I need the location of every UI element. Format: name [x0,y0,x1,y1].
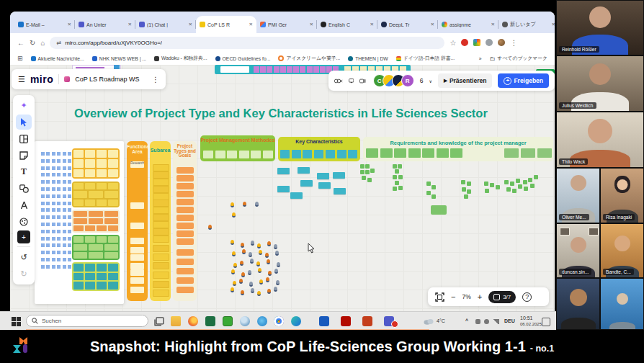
bookmark-item[interactable]: ドイツ語-日本語 辞書... [396,55,455,62]
sticky-note[interactable] [153,254,169,261]
sticky-note[interactable] [130,277,144,284]
chrome-icon[interactable] [274,316,284,326]
sticky-note[interactable] [68,251,71,254]
sticky-note[interactable] [153,228,169,236]
sticky-note[interactable] [496,185,500,189]
sticky-note[interactable] [287,66,292,73]
sticky-note[interactable] [426,191,431,195]
table-cell[interactable] [97,282,107,290]
table-cell[interactable] [89,218,102,224]
tune-icon[interactable]: ⇄ [56,40,61,46]
sticky-note[interactable] [362,176,366,180]
sticky-note[interactable] [153,245,169,252]
table-cell[interactable] [108,183,118,189]
table-cell[interactable] [89,244,102,251]
sticky-note[interactable] [63,180,66,184]
sticky-note[interactable] [360,170,365,174]
table-cell[interactable] [73,252,87,259]
shapes-icon[interactable] [16,181,32,196]
table-cell[interactable] [97,264,107,272]
bookmark-item[interactable]: Wadoku - 和独辞典... [154,55,207,62]
sticky-note[interactable] [57,187,61,191]
sticky-note[interactable] [63,215,66,219]
table-cell[interactable] [108,264,118,272]
sticky-note[interactable] [52,152,55,156]
sticky-note[interactable] [41,223,45,226]
sticky-note[interactable] [176,183,194,189]
sticky-note[interactable] [41,180,45,184]
table-cell[interactable] [97,225,107,231]
sticky-note[interactable] [398,186,403,190]
sticky-note[interactable] [68,202,71,205]
clipboard-app-icon[interactable] [223,316,233,326]
sticky-note[interactable] [63,223,66,226]
sticky-note[interactable] [68,166,71,170]
sticky-note[interactable] [57,208,61,212]
sticky-note[interactable] [52,202,55,205]
browser-menu-icon[interactable]: ⋮ [510,39,517,47]
sticky-note[interactable] [153,281,169,288]
sticky-note[interactable] [314,150,323,158]
sticky-note[interactable] [176,199,194,205]
sticky-note[interactable] [534,175,538,179]
table-cell[interactable] [85,236,95,243]
table-cell[interactable] [85,200,95,206]
sticky-note[interactable] [280,66,286,73]
board-name[interactable]: CoP LS Roadmap WS [75,76,139,83]
table-cell[interactable] [73,264,84,272]
sticky-note[interactable] [431,185,436,189]
table-cell[interactable] [97,150,107,158]
table-cell[interactable] [89,252,102,259]
sticky-note[interactable] [260,66,266,73]
sticky-note[interactable] [68,237,71,241]
table-cell[interactable] [85,159,95,167]
table-cell[interactable] [89,191,102,197]
sticky-note[interactable] [63,208,66,212]
table-cell[interactable] [85,273,95,281]
templates-icon[interactable] [16,131,32,146]
sticky-note[interactable] [52,166,55,170]
sticky-note[interactable] [41,243,45,247]
sticky-note[interactable] [57,265,61,269]
tray-expand-icon[interactable]: ^ [465,318,468,323]
tab-pmi[interactable]: PMI Ger✕ [256,16,317,33]
tray-icon[interactable] [484,319,489,324]
sticky-note[interactable] [467,189,471,194]
sticky-note[interactable] [263,151,273,158]
tab-deepl[interactable]: DeepL Tr✕ [377,16,438,33]
sticky-note[interactable] [274,66,279,73]
undo-icon[interactable]: ↺ [16,250,32,265]
table-cell[interactable] [108,225,118,231]
sticky-note[interactable] [370,169,375,173]
sticky-note[interactable] [521,148,535,158]
taskbar-search[interactable]: Suchen [26,315,148,327]
sticky-note[interactable] [431,194,436,199]
word-icon[interactable] [319,316,329,326]
sticky-note[interactable] [41,215,45,219]
table-cell[interactable] [73,211,87,217]
sticky-note[interactable] [153,290,169,297]
sticky-note[interactable] [41,237,45,241]
sticky-note[interactable] [52,223,55,226]
sticky-note[interactable] [153,179,169,186]
table-cell[interactable] [97,159,107,167]
sticky-note[interactable] [510,182,514,186]
table-cell[interactable] [73,159,84,167]
sticky-note[interactable] [203,151,213,158]
sticky-note[interactable] [367,178,372,182]
sticky-note-icon[interactable] [16,148,32,163]
sticky-note[interactable] [360,164,365,169]
table-cell[interactable] [108,150,118,158]
sticky-note[interactable] [130,223,144,229]
sticky-note[interactable] [63,243,66,247]
sticky-note[interactable] [537,148,552,158]
table-cell[interactable] [73,218,87,224]
sticky-note[interactable] [57,258,61,261]
edge-icon[interactable] [291,316,301,326]
close-icon[interactable]: ✕ [128,22,132,27]
sticky-note[interactable] [68,265,71,269]
sticky-note[interactable] [254,66,259,73]
sticky-note[interactable] [300,66,305,73]
sticky-note[interactable] [516,179,520,183]
sticky-note[interactable] [41,208,45,212]
